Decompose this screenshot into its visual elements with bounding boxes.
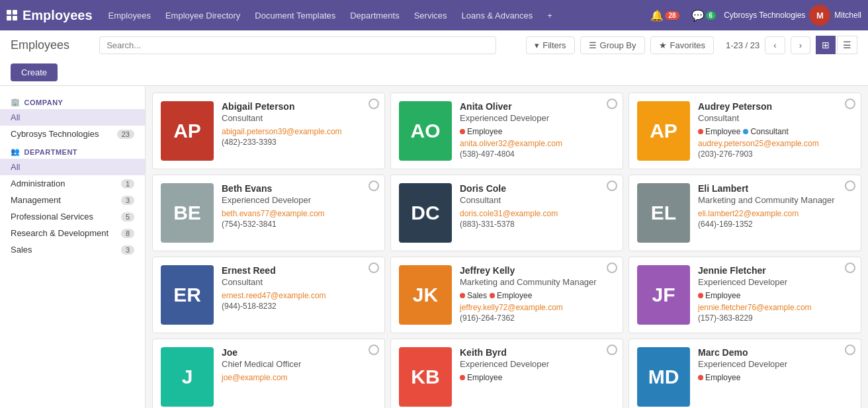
employee-name: Abigail Peterson (222, 101, 376, 112)
tag-dot (698, 129, 703, 134)
employee-cards-grid: AP Abigail Peterson Consultant abigail.p… (152, 93, 861, 408)
employee-select-checkbox[interactable] (845, 181, 855, 191)
employee-card[interactable]: AP Audrey Peterson Consultant EmployeeCo… (629, 93, 861, 169)
employee-photo: J (161, 347, 214, 407)
employee-select-checkbox[interactable] (369, 345, 379, 355)
card-email: abigail.peterson39@example.com (222, 127, 376, 136)
employee-card[interactable]: J Joe Chief Medical Officer joe@example.… (152, 339, 385, 408)
sidebar-dept-research[interactable]: Research & Development 8 (0, 225, 145, 241)
employee-select-checkbox[interactable] (607, 99, 617, 109)
employee-photo: BE (161, 183, 214, 243)
sidebar-company-all[interactable]: All (0, 109, 145, 126)
card-phone: (754)-532-3841 (222, 220, 376, 229)
employee-avatar: ER (161, 265, 214, 325)
sidebar-dept-professional-services[interactable]: Professional Services 5 (0, 208, 145, 225)
grid-view-button[interactable]: ⊞ (816, 36, 836, 54)
favorites-label: Favorites (670, 40, 705, 50)
tag: Employee (490, 291, 532, 300)
sidebar-company-cybrosys[interactable]: Cybrosys Technologies 23 (0, 126, 145, 142)
nav-employee-directory[interactable]: Employee Directory (159, 0, 247, 30)
card-email: joe@example.com (222, 373, 376, 382)
notification-badge: 28 (665, 11, 679, 20)
pagination-info: 1-23 / 23 (726, 40, 760, 50)
employee-card[interactable]: KB Keith Byrd Experienced Developer Empl… (390, 339, 623, 408)
nav-document-templates[interactable]: Document Templates (248, 0, 342, 30)
next-page-button[interactable]: › (791, 36, 810, 54)
nav-links: Employees Employee Directory Document Te… (102, 0, 644, 30)
employee-photo: JF (637, 265, 690, 325)
employee-photo: KB (399, 347, 452, 407)
card-info: Anita Oliver Experienced Developer Emplo… (460, 101, 615, 159)
card-email: ernest.reed47@example.com (222, 291, 376, 300)
tag-label: Employee (467, 373, 502, 382)
employee-select-checkbox[interactable] (607, 181, 617, 191)
card-info: Marc Demo Experienced Developer Employee (698, 347, 853, 385)
employee-title: Consultant (222, 113, 376, 123)
employee-title: Chief Medical Officer (222, 359, 376, 369)
employee-select-checkbox[interactable] (845, 99, 855, 109)
employee-name: Joe (222, 347, 376, 358)
employee-card[interactable]: AP Abigail Peterson Consultant abigail.p… (152, 93, 385, 169)
card-info: Doris Cole Consultant doris.cole31@examp… (460, 183, 615, 229)
company-name: Cybrosys Technologies (724, 11, 805, 20)
card-email: audrey.peterson25@example.com (698, 139, 853, 148)
nav-add[interactable]: + (541, 0, 559, 30)
prev-page-button[interactable]: ‹ (765, 36, 785, 54)
employee-select-checkbox[interactable] (845, 263, 855, 273)
employee-avatar: AO (399, 101, 452, 161)
employee-name: Eli Lambert (698, 183, 853, 194)
groupby-button[interactable]: ☰ Group By (580, 36, 645, 54)
tag-label: Employee (467, 127, 502, 136)
sidebar-dept-research-label: Research & Development (11, 228, 108, 238)
employee-select-checkbox[interactable] (369, 99, 379, 109)
employee-select-checkbox[interactable] (845, 345, 855, 355)
card-info: Jennie Fletcher Experienced Developer Em… (698, 265, 853, 323)
employee-card[interactable]: DC Doris Cole Consultant doris.cole31@ex… (390, 175, 623, 251)
card-tags: Employee (698, 373, 853, 382)
employee-select-checkbox[interactable] (369, 181, 379, 191)
create-button[interactable]: Create (11, 63, 58, 81)
app-logo[interactable]: Employees (7, 8, 93, 23)
card-info: Beth Evans Experienced Developer beth.ev… (222, 183, 376, 229)
sidebar-dept-administration[interactable]: Administration 1 (0, 175, 145, 192)
employee-card[interactable]: BE Beth Evans Experienced Developer beth… (152, 175, 385, 251)
search-input[interactable] (99, 36, 496, 54)
sidebar-dept-sales-count: 3 (121, 245, 134, 255)
employee-name: Marc Demo (698, 347, 853, 358)
favorites-button[interactable]: ★ Favorites (650, 36, 714, 54)
employee-card[interactable]: JF Jennie Fletcher Experienced Developer… (629, 257, 861, 333)
sidebar-dept-all[interactable]: All (0, 159, 145, 175)
sidebar-dept-sales[interactable]: Sales 3 (0, 241, 145, 258)
employee-card[interactable]: MD Marc Demo Experienced Developer Emplo… (629, 339, 861, 408)
filters-button[interactable]: ▾ Filters (526, 36, 574, 54)
employee-card[interactable]: ER Ernest Reed Consultant ernest.reed47@… (152, 257, 385, 333)
nav-loans[interactable]: Loans & Advances (455, 0, 540, 30)
employee-name: Audrey Peterson (698, 101, 853, 112)
employee-title: Marketing and Community Manager (698, 195, 853, 205)
nav-employees[interactable]: Employees (102, 0, 157, 30)
employee-avatar: J (161, 347, 214, 407)
employee-photo: MD (637, 347, 690, 407)
employee-name: Jeffrey Kelly (460, 265, 615, 276)
nav-services[interactable]: Services (408, 0, 454, 30)
employee-card[interactable]: EL Eli Lambert Marketing and Community M… (629, 175, 861, 251)
employee-title: Experienced Developer (460, 113, 615, 123)
messages-button[interactable]: 💬 6 (687, 7, 720, 24)
employee-card[interactable]: AO Anita Oliver Experienced Developer Em… (390, 93, 623, 169)
employee-select-checkbox[interactable] (607, 345, 617, 355)
notifications-button[interactable]: 🔔 28 (646, 7, 683, 24)
sidebar-dept-management[interactable]: Management 3 (0, 192, 145, 208)
view-toggle: ⊞ ☰ (816, 36, 857, 54)
subheader: Employees ▾ Filters ☰ Group By ★ Favorit… (0, 30, 868, 86)
list-view-button[interactable]: ☰ (837, 36, 857, 54)
employee-card[interactable]: JK Jeffrey Kelly Marketing and Community… (390, 257, 623, 333)
employee-name: Beth Evans (222, 183, 376, 194)
star-icon: ★ (659, 40, 667, 50)
card-tags: Employee (460, 373, 615, 382)
user-avatar[interactable]: M (809, 5, 830, 26)
nav-departments[interactable]: Departments (343, 0, 406, 30)
employee-select-checkbox[interactable] (607, 263, 617, 273)
employee-select-checkbox[interactable] (369, 263, 379, 273)
tag-label: Employee (705, 127, 740, 136)
department-icon: 👥 (11, 147, 21, 156)
